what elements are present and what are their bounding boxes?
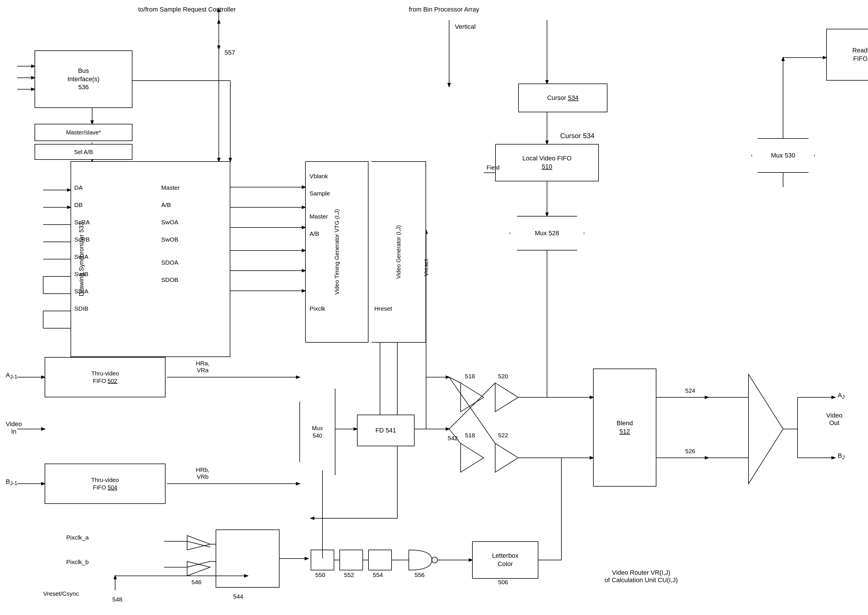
- label-bj: BJ: [838, 452, 845, 460]
- vtg-box: Video Timing Generator VTG (I,J): [305, 161, 368, 343]
- sel-ab-box: Sel A/B: [34, 144, 132, 160]
- label-field: Field: [486, 164, 500, 171]
- master-slave-box: Master/slave*: [34, 124, 132, 141]
- readback-fifo-box: ReadbackFIFO 514: [826, 29, 868, 81]
- label-554: 554: [373, 571, 383, 578]
- label-video-in: VideoIn: [6, 420, 22, 435]
- bus-interface-box: Bus Interface(s) 536: [34, 50, 132, 108]
- label-544: 544: [233, 593, 243, 600]
- svg-rect-63: [340, 550, 363, 570]
- label-master2: Master: [310, 213, 328, 220]
- label-bj-1: BJ-1: [6, 478, 17, 487]
- label-master1: Master: [161, 184, 180, 191]
- drawing-sync-box: [70, 161, 230, 357]
- fd-541-box: FD 541: [357, 415, 415, 446]
- svg-line-81: [449, 377, 461, 383]
- label-sdoa: SDOA: [161, 259, 179, 266]
- thru-video-502-box: Thru-videoFIFO 502: [45, 357, 165, 397]
- vertical-label: Vertical: [455, 23, 475, 31]
- svg-marker-54: [187, 535, 210, 550]
- svg-rect-62: [311, 550, 334, 570]
- label-520: 520: [498, 373, 508, 380]
- svg-rect-64: [368, 550, 391, 570]
- label-518-top: 518: [465, 373, 475, 380]
- local-video-fifo-box: Local Video FIFO510: [495, 144, 599, 181]
- svg-marker-77: [461, 443, 484, 472]
- label-550: 550: [315, 571, 325, 578]
- svg-marker-55: [187, 562, 210, 576]
- label-548: 548: [112, 596, 122, 603]
- label-557: 557: [224, 49, 235, 56]
- label-552: 552: [344, 571, 354, 578]
- blend-512-box: Blend512: [593, 368, 656, 487]
- cursor-534-box: Cursor 534: [518, 83, 608, 112]
- svg-marker-75: [461, 383, 484, 412]
- label-sdob: SDOB: [161, 276, 179, 283]
- label-hra-vra: HRa,VRa: [196, 360, 210, 374]
- label-pixclk-b: Pixclk_b: [66, 559, 89, 565]
- label-video-out: VideoOut: [826, 412, 842, 427]
- video-gen-box: Video Generator (I,J): [371, 161, 426, 343]
- letterbox-box: LetterboxColor: [472, 541, 538, 579]
- label-pixclk-a: Pixclk_a: [66, 534, 89, 541]
- label-vreset-csync: Vreset/Csync: [43, 590, 79, 597]
- label-sample: Sample: [310, 190, 330, 197]
- svg-point-68: [432, 557, 438, 563]
- label-aj-1: AJ-1: [6, 371, 17, 380]
- to-from-label: to/from Sample Request Controller: [138, 6, 236, 13]
- from-bin-label: from Bin Processor Array: [409, 6, 479, 13]
- label-hreset: Hreset: [374, 305, 392, 312]
- label-swob: SwOB: [161, 236, 179, 243]
- label-hrb-vrb: HRb,VRb: [196, 467, 210, 480]
- label-pixclk: Pixclk: [310, 305, 325, 312]
- label-518-bot: 518: [465, 432, 475, 439]
- label-524: 524: [685, 387, 695, 394]
- mux-530-box: Mux 530: [751, 138, 815, 173]
- label-swoa: SwOA: [161, 219, 179, 226]
- svg-line-52: [187, 562, 210, 567]
- svg-rect-57: [216, 530, 279, 587]
- thru-video-504-box: Thru-videoFIFO 504: [45, 464, 165, 504]
- svg-line-51: [187, 541, 210, 547]
- label-aj: AJ: [838, 392, 845, 400]
- label-vreset: Vreset: [420, 225, 432, 311]
- label-556: 556: [415, 571, 425, 578]
- label-ab2: A/B: [310, 230, 319, 237]
- label-526: 526: [685, 448, 695, 455]
- drawing-sync-label: Drawing Synchronizer 532: [74, 167, 89, 351]
- label-vr: Video Router VR(I,J) of Calculation Unit…: [605, 562, 678, 584]
- label-542: 542: [448, 435, 458, 442]
- svg-marker-76: [495, 383, 518, 412]
- label-546: 546: [192, 579, 201, 585]
- label-522: 522: [498, 432, 508, 439]
- label-vblank: Vblank: [310, 173, 328, 180]
- diagram: Bus Interface(s) 536 Master/slave* Sel A…: [0, 0, 868, 615]
- mux-528-box: Mux 528: [510, 216, 584, 250]
- mux-540-box: Mux540: [299, 389, 335, 475]
- svg-marker-87: [748, 374, 783, 484]
- label-ab1: A/B: [161, 201, 171, 208]
- svg-marker-78: [495, 443, 518, 472]
- svg-line-84: [449, 383, 495, 429]
- cursor-534-detection: Cursor 534: [560, 132, 594, 140]
- label-506: 506: [498, 579, 508, 585]
